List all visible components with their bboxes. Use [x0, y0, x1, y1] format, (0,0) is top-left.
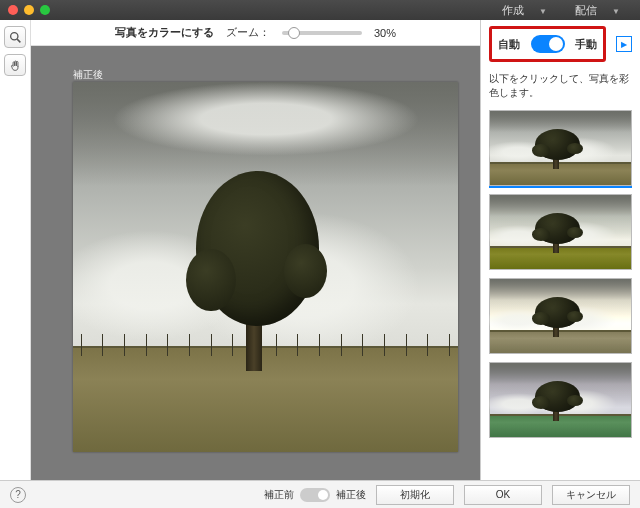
zoom-slider[interactable] [282, 31, 362, 35]
header-bar: 写真をカラーにする ズーム： 30% [31, 20, 480, 46]
zoom-label: ズーム： [226, 25, 270, 40]
image-stage: 補正後 [31, 46, 480, 480]
after-label-footer: 補正後 [336, 488, 366, 502]
hand-tool-button[interactable] [4, 54, 26, 76]
magnifier-icon [9, 31, 22, 44]
play-button[interactable]: ▶ [616, 36, 632, 52]
thumbnail-1[interactable] [489, 110, 632, 186]
before-after-toggle: 補正前 補正後 [264, 488, 366, 502]
before-label: 補正前 [264, 488, 294, 502]
thumbnail-4[interactable] [489, 362, 632, 438]
preview-image[interactable] [73, 82, 458, 452]
zoom-tool-button[interactable] [4, 26, 26, 48]
mode-auto-label: 自動 [498, 37, 520, 52]
zoom-slider-knob[interactable] [288, 27, 300, 39]
footer-bar: ? 補正前 補正後 初期化 OK キャンセル [0, 480, 640, 508]
close-icon[interactable] [8, 5, 18, 15]
ok-button[interactable]: OK [464, 485, 542, 505]
hand-icon [9, 59, 22, 72]
before-after-switch[interactable] [300, 488, 330, 502]
menubar: 作成 ▼ 配信 ▼ [490, 1, 632, 20]
mode-manual-label: 手動 [575, 37, 597, 52]
zoom-value: 30% [374, 27, 396, 39]
side-panel: 自動 手動 ▶ 以下をクリックして、写真を彩色します。 [480, 20, 640, 480]
mode-switch[interactable] [531, 35, 565, 53]
thumbnail-list [489, 110, 632, 438]
thumbnail-2[interactable] [489, 194, 632, 270]
help-icon: ? [15, 489, 21, 500]
window-controls [8, 5, 50, 15]
reset-button[interactable]: 初期化 [376, 485, 454, 505]
workspace: 写真をカラーにする ズーム： 30% 補正後 [0, 20, 640, 480]
svg-line-1 [17, 39, 20, 42]
center-column: 写真をカラーにする ズーム： 30% 補正後 [30, 20, 480, 480]
tree-scene [73, 82, 458, 452]
menu-distribute[interactable]: 配信 ▼ [563, 1, 632, 20]
thumbnail-3[interactable] [489, 278, 632, 354]
minimize-icon[interactable] [24, 5, 34, 15]
after-label: 補正後 [73, 68, 103, 82]
menu-create[interactable]: 作成 ▼ [490, 1, 559, 20]
dialog-title: 写真をカラーにする [115, 25, 214, 40]
cancel-button[interactable]: キャンセル [552, 485, 630, 505]
help-button[interactable]: ? [10, 487, 26, 503]
mode-toggle-box: 自動 手動 [489, 26, 606, 62]
instruction-text: 以下をクリックして、写真を彩色します。 [489, 72, 632, 100]
play-icon: ▶ [621, 40, 627, 49]
titlebar: 作成 ▼ 配信 ▼ [0, 0, 640, 20]
svg-point-0 [10, 32, 17, 39]
maximize-icon[interactable] [40, 5, 50, 15]
tool-column [0, 20, 30, 480]
